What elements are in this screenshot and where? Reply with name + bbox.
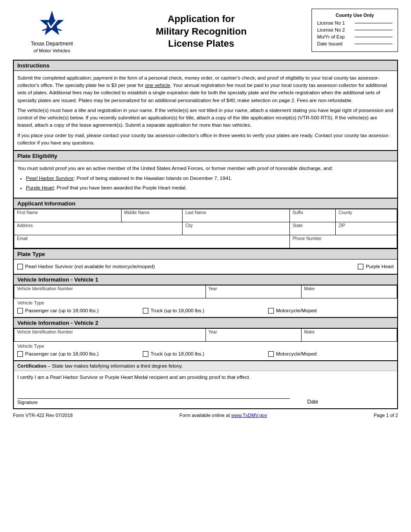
vehicle2-passenger-label: Passenger car (up to 18,000 lbs.) bbox=[25, 351, 99, 356]
vehicle1-header: Vehicle Information - Vehicle 1 bbox=[14, 275, 397, 285]
vehicle2-type-label: Vehicle Type bbox=[14, 342, 397, 349]
vehicle1-section: Vehicle Information - Vehicle 1 Vehicle … bbox=[13, 275, 398, 318]
logo-area: Texas Department of Motor Vehicles bbox=[13, 9, 91, 54]
county-use-only-box: County Use Only License No 1 License No … bbox=[311, 9, 398, 52]
county-field-license2: License No 2 bbox=[317, 27, 392, 32]
county-box-title: County Use Only bbox=[317, 13, 392, 18]
date-label: Date bbox=[307, 399, 394, 405]
last-name-cell: Last Name bbox=[183, 209, 290, 222]
plate-eligibility-body: You must submit proof you are an active … bbox=[14, 161, 397, 198]
eligibility-intro: You must submit proof you are an active … bbox=[17, 165, 394, 172]
instructions-body: Submit the completed application; paymen… bbox=[14, 71, 397, 150]
plate-type-section: Plate Type Pearl Harbor Survivor (not av… bbox=[13, 249, 398, 275]
purple-heart-checkbox[interactable] bbox=[358, 264, 363, 269]
signature-label: Signature bbox=[17, 400, 290, 405]
page-footer: Form VTR-422 Rev 07/2018 Form available … bbox=[13, 413, 398, 418]
vehicle1-truck-checkbox[interactable] bbox=[143, 308, 148, 314]
vehicle1-truck-option[interactable]: Truck (up to 18,000 lbs.) bbox=[143, 308, 261, 314]
plate-type-options: Pearl Harbor Survivor (not available for… bbox=[14, 260, 397, 274]
vehicle1-passenger-checkbox[interactable] bbox=[17, 308, 23, 314]
instructions-section: Instructions Submit the completed applic… bbox=[13, 60, 398, 151]
vehicle2-vin-cell: Vehicle Identification Number bbox=[14, 328, 206, 341]
suffix-cell: Suffix bbox=[290, 209, 336, 222]
vehicle1-year-cell: Year bbox=[206, 285, 301, 298]
certification-section: Certification – State law makes falsifyi… bbox=[13, 361, 398, 409]
vehicle1-passenger-label: Passenger car (up to 18,000 lbs.) bbox=[25, 308, 99, 313]
vehicle2-section: Vehicle Information - Vehicle 2 Vehicle … bbox=[13, 318, 398, 361]
certification-body: I certify I am a Pearl Harbor Survivor o… bbox=[14, 371, 397, 381]
pearl-harbor-label: Pearl Harbor Survivor (not available for… bbox=[25, 264, 155, 269]
middle-name-cell: Middle Name bbox=[121, 209, 183, 222]
org-name: Texas Department of Motor Vehicles bbox=[31, 41, 73, 54]
vehicle2-moped-checkbox[interactable] bbox=[268, 351, 274, 357]
signature-row: Signature Date bbox=[14, 390, 397, 408]
vehicle2-moped-label: Motorcycle/Moped bbox=[276, 351, 317, 356]
vehicle2-passenger-checkbox[interactable] bbox=[17, 351, 23, 357]
instructions-para1: Submit the completed application; paymen… bbox=[17, 74, 394, 104]
certification-header-row: Certification – State law makes falsifyi… bbox=[14, 361, 397, 371]
vehicle1-vin-cell: Vehicle Identification Number bbox=[14, 285, 206, 298]
vehicle1-moped-label: Motorcycle/Moped bbox=[276, 308, 317, 313]
plate-type-header: Plate Type bbox=[14, 249, 397, 260]
vehicle1-passenger-option[interactable]: Passenger car (up to 18,000 lbs.) bbox=[17, 308, 136, 314]
vehicle1-type-options: Passenger car (up to 18,000 lbs.) Truck … bbox=[14, 306, 397, 317]
plate-eligibility-section: Plate Eligibility You must submit proof … bbox=[13, 151, 398, 199]
applicant-info-section: Applicant Information First Name Middle … bbox=[13, 199, 398, 249]
certification-label: Certification bbox=[17, 363, 46, 369]
vehicle2-truck-option[interactable]: Truck (up to 18,000 lbs.) bbox=[143, 351, 261, 357]
vehicle2-passenger-option[interactable]: Passenger car (up to 18,000 lbs.) bbox=[17, 351, 136, 357]
city-cell: City bbox=[183, 222, 290, 235]
vehicle2-truck-checkbox[interactable] bbox=[143, 351, 148, 357]
vehicle2-moped-option[interactable]: Motorcycle/Moped bbox=[268, 351, 387, 357]
vehicle2-table: Vehicle Identification Number Year Make bbox=[14, 328, 397, 342]
county-cell: County bbox=[336, 209, 397, 222]
county-field-license1: License No 1 bbox=[317, 20, 392, 26]
vehicle1-table: Vehicle Identification Number Year Make bbox=[14, 285, 397, 298]
vehicle2-truck-label: Truck (up to 18,000 lbs.) bbox=[151, 351, 204, 356]
vehicle1-moped-option[interactable]: Motorcycle/Moped bbox=[268, 308, 387, 314]
vehicle1-moped-checkbox[interactable] bbox=[268, 308, 274, 314]
form-title: Application for Military Recognition Lic… bbox=[91, 9, 311, 54]
eligibility-item-pearl: Pearl Harbor Survivor: Proof of being st… bbox=[26, 175, 394, 182]
vehicle1-make-cell: Make bbox=[301, 285, 397, 298]
page-number: Page 1 of 2 bbox=[374, 413, 398, 418]
txdmv-link[interactable]: www.TxDMV.gov bbox=[231, 413, 267, 418]
applicant-row2: Address City State ZIP bbox=[14, 222, 397, 235]
vehicle2-type-options: Passenger car (up to 18,000 lbs.) Truck … bbox=[14, 349, 397, 360]
instructions-para2: The vehicle(s) must have a title and reg… bbox=[17, 107, 394, 129]
form-available-text: Form available online at www.TxDMV.gov bbox=[180, 413, 267, 418]
vehicle2-make-cell: Make bbox=[301, 328, 397, 341]
page-header: Texas Department of Motor Vehicles Appli… bbox=[13, 9, 398, 54]
txdmv-logo bbox=[35, 9, 69, 39]
vehicle2-year-cell: Year bbox=[206, 328, 301, 341]
vehicle1-truck-label: Truck (up to 18,000 lbs.) bbox=[151, 308, 204, 313]
date-field: Date bbox=[307, 399, 394, 405]
eligibility-list: Pearl Harbor Survivor: Proof of being st… bbox=[26, 175, 394, 192]
applicant-info-header: Applicant Information bbox=[14, 199, 397, 209]
zip-cell: ZIP bbox=[336, 222, 397, 235]
county-field-date: Date Issued bbox=[317, 41, 392, 46]
first-name-cell: First Name bbox=[14, 209, 122, 222]
pearl-harbor-option[interactable]: Pearl Harbor Survivor (not available for… bbox=[17, 264, 155, 269]
vehicle1-row1: Vehicle Identification Number Year Make bbox=[14, 285, 397, 298]
vehicle1-type-label: Vehicle Type bbox=[14, 298, 397, 306]
purple-heart-option[interactable]: Purple Heart bbox=[358, 264, 394, 269]
address-cell: Address bbox=[14, 222, 183, 235]
applicant-row1: First Name Middle Name Last Name Suffix … bbox=[14, 209, 397, 222]
state-cell: State bbox=[290, 222, 336, 235]
email-cell: Email bbox=[14, 235, 290, 248]
eligibility-item-purple: Purple Heart: Proof that you have been a… bbox=[26, 184, 394, 192]
instructions-header: Instructions bbox=[14, 61, 397, 71]
form-number: Form VTR-422 Rev 07/2018 bbox=[13, 413, 73, 418]
pearl-harbor-checkbox[interactable] bbox=[17, 264, 23, 269]
signature-line bbox=[17, 390, 290, 399]
applicant-row3: Email Phone Number bbox=[14, 235, 397, 248]
purple-heart-label: Purple Heart bbox=[366, 264, 394, 269]
signature-field: Signature bbox=[17, 390, 290, 405]
county-field-moyr: Mo/Yr of Exp bbox=[317, 34, 392, 39]
vehicle2-header: Vehicle Information - Vehicle 2 bbox=[14, 318, 397, 328]
phone-cell: Phone Number bbox=[290, 235, 397, 248]
vehicle2-row1: Vehicle Identification Number Year Make bbox=[14, 328, 397, 341]
certification-dash-text: – State law makes falsifying information… bbox=[46, 363, 183, 369]
instructions-para3: If you place your order by mail, please … bbox=[17, 132, 394, 147]
